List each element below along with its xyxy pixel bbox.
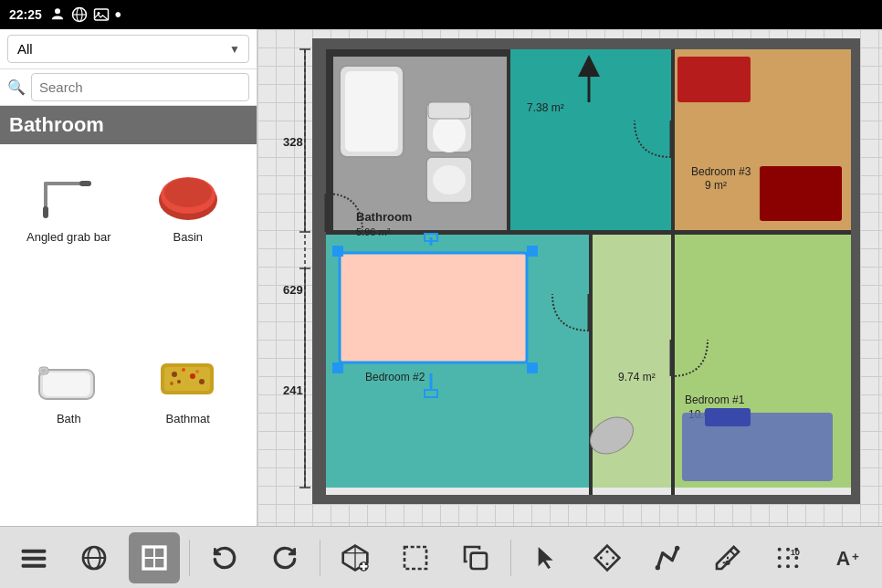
svg-point-19: [172, 372, 177, 377]
svg-point-20: [182, 368, 185, 372]
status-icons: •: [49, 5, 121, 26]
svg-point-22: [177, 380, 181, 383]
svg-point-116: [794, 564, 798, 568]
pointer-button[interactable]: [521, 532, 572, 583]
svg-text:241: 241: [283, 383, 303, 397]
items-grid: Angled grab bar Basin: [0, 144, 257, 526]
svg-rect-54: [677, 57, 751, 102]
redo-button[interactable]: [259, 532, 310, 583]
text-icon: A +: [834, 543, 863, 572]
svg-rect-18: [164, 367, 210, 391]
add-3d-icon: [341, 543, 370, 572]
svg-rect-97: [471, 552, 487, 568]
svg-text:9.74 m²: 9.74 m²: [618, 371, 656, 383]
bathmat-label: Bathmat: [166, 412, 210, 425]
svg-point-23: [195, 370, 199, 373]
svg-point-111: [777, 556, 781, 560]
grab-bar-icon: [27, 163, 110, 226]
undo-button[interactable]: [199, 532, 250, 583]
svg-point-0: [55, 8, 60, 14]
search-input[interactable]: [31, 73, 249, 101]
svg-text:+: +: [852, 549, 859, 562]
image-icon: [93, 6, 110, 23]
svg-line-104: [730, 551, 734, 555]
pen-button[interactable]: [702, 532, 753, 583]
svg-text:Bathroom: Bathroom: [356, 210, 412, 224]
measure-button[interactable]: [582, 532, 633, 583]
select-area-button[interactable]: [390, 532, 441, 583]
basin-svg: [152, 165, 225, 225]
redo-icon: [270, 543, 299, 572]
svg-rect-58: [527, 246, 538, 257]
svg-text:5.96 m²: 5.96 m²: [356, 226, 391, 237]
status-bar: 22:25 •: [0, 0, 882, 29]
text-button[interactable]: A +: [823, 532, 874, 583]
svg-point-103: [675, 545, 679, 550]
floorplan-svg: Bathroom 5.96 m² 7.38 m² Bedroom #3 9 m²: [257, 29, 882, 526]
menu-button[interactable]: [8, 532, 59, 583]
category-header: Bathroom: [0, 106, 257, 144]
svg-rect-69: [682, 413, 833, 481]
svg-rect-59: [332, 362, 343, 373]
svg-rect-29: [509, 49, 673, 232]
toolbar-sep-1: [189, 540, 190, 576]
dot: •: [115, 5, 121, 26]
svg-text:10: 10: [790, 548, 799, 557]
svg-point-115: [786, 564, 790, 568]
sphere-icon: [79, 543, 109, 572]
svg-point-25: [170, 382, 173, 385]
dropdown-wrapper: All Bathroom Bedroom Kitchen Living Room…: [7, 35, 249, 63]
svg-rect-96: [404, 547, 426, 569]
svg-text:Bedroom #1: Bedroom #1: [685, 394, 745, 406]
svg-point-16: [41, 369, 47, 373]
svg-text:7.38 m²: 7.38 m²: [527, 101, 564, 114]
svg-rect-82: [22, 549, 47, 552]
draw-walls-icon: [653, 543, 682, 572]
draw-walls-button[interactable]: [642, 532, 693, 583]
time: 22:25: [9, 7, 42, 22]
menu-icon: [19, 543, 48, 572]
globe-icon: [71, 6, 88, 23]
svg-text:328: 328: [283, 135, 303, 149]
snap-button[interactable]: 10: [762, 532, 814, 583]
person-icon: [49, 6, 66, 23]
floorplan-button[interactable]: [129, 532, 180, 583]
search-icon: 🔍: [7, 79, 26, 96]
svg-rect-60: [527, 362, 538, 373]
svg-rect-37: [589, 230, 593, 495]
bath-label: Bath: [57, 412, 81, 425]
item-basin[interactable]: Basin: [129, 153, 248, 335]
pointer-icon: [532, 543, 562, 572]
copy-button[interactable]: [450, 532, 501, 583]
add-3d-button[interactable]: [330, 532, 381, 583]
snap-icon: 10: [773, 543, 803, 572]
grab-bar-label: Angled grab bar: [26, 230, 111, 244]
search-row: 🔍: [0, 69, 257, 106]
bathmat-icon: [147, 344, 229, 408]
svg-point-24: [199, 379, 205, 384]
main-layout: All Bathroom Bedroom Kitchen Living Room…: [0, 29, 882, 526]
left-panel: All Bathroom Bedroom Kitchen Living Room…: [0, 29, 257, 526]
svg-rect-56: [340, 253, 527, 362]
svg-text:Bedroom #2: Bedroom #2: [365, 371, 425, 383]
svg-rect-42: [345, 71, 398, 152]
svg-point-114: [777, 564, 781, 568]
floorplan-area[interactable]: Bathroom 5.96 m² 7.38 m² Bedroom #3 9 m²: [257, 29, 882, 526]
dropdown-row: All Bathroom Bedroom Kitchen Living Room…: [0, 29, 257, 69]
item-grab-bar[interactable]: Angled grab bar: [9, 153, 129, 335]
svg-point-12: [164, 178, 212, 207]
svg-rect-47: [428, 102, 470, 119]
category-dropdown[interactable]: All Bathroom Bedroom Kitchen Living Room: [7, 35, 249, 63]
svg-text:629: 629: [283, 283, 303, 297]
3d-view-button[interactable]: [68, 532, 120, 583]
svg-rect-34: [507, 49, 510, 232]
item-bath[interactable]: Bath: [9, 335, 129, 517]
basin-label: Basin: [173, 230, 203, 244]
svg-rect-39: [326, 49, 509, 57]
bathmat-svg: [152, 347, 225, 406]
svg-rect-70: [705, 408, 751, 426]
item-bathmat[interactable]: Bathmat: [129, 335, 248, 517]
svg-rect-55: [760, 166, 842, 221]
svg-point-105: [725, 560, 730, 564]
svg-point-21: [190, 373, 195, 379]
